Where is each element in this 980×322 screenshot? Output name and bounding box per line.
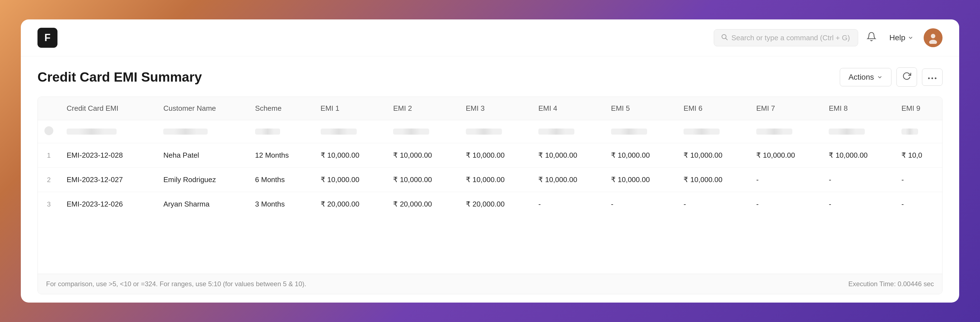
skeleton-cell xyxy=(321,128,357,135)
table-cell: 12 Months xyxy=(248,143,314,168)
skeleton-cell xyxy=(684,128,719,135)
col-header-scheme: Scheme xyxy=(248,97,314,120)
table-cell: ₹ 10,000.00 xyxy=(677,168,749,192)
skeleton-cell xyxy=(393,128,429,135)
table-cell: ₹ 10,000.00 xyxy=(531,143,605,168)
table-cell: - xyxy=(677,192,749,217)
svg-line-1 xyxy=(726,38,727,40)
svg-point-5 xyxy=(931,78,933,79)
filter-hint: For comparison, use >5, <10 or =324. For… xyxy=(46,280,306,288)
table-cell: ₹ 10,000.00 xyxy=(677,143,749,168)
table-cell: ₹ 10,000.00 xyxy=(605,143,677,168)
col-header-customer-name: Customer Name xyxy=(157,97,248,120)
help-label: Help xyxy=(889,33,905,42)
skeleton-cell xyxy=(901,128,918,135)
row-number: 2 xyxy=(38,168,60,192)
navbar: F Search or type a command (Ctrl + G) He… xyxy=(21,19,959,56)
skeleton-cell xyxy=(538,128,574,135)
svg-point-6 xyxy=(935,78,936,79)
skeleton-cell xyxy=(67,128,116,135)
table-row: 2EMI-2023-12-027Emily Rodriguez6 Months₹… xyxy=(38,168,942,192)
page-content: Credit Card EMI Summary Actions xyxy=(21,56,959,303)
table-cell: EMI-2023-12-027 xyxy=(60,168,157,192)
logo-letter: F xyxy=(45,32,51,44)
emi-table: Credit Card EMI Customer Name Scheme EMI… xyxy=(38,97,942,216)
actions-label: Actions xyxy=(848,73,874,82)
table-cell: ₹ 10,000.00 xyxy=(605,168,677,192)
col-header-credit-card-emi: Credit Card EMI xyxy=(60,97,157,120)
table-header-row: Credit Card EMI Customer Name Scheme EMI… xyxy=(38,97,942,120)
table-cell: ₹ 10,000.00 xyxy=(314,168,387,192)
skeleton-radio xyxy=(45,126,53,135)
table-cell: Neha Patel xyxy=(157,143,248,168)
row-number: 3 xyxy=(38,192,60,217)
title-actions: Actions xyxy=(840,67,942,87)
table-cell: Emily Rodriguez xyxy=(157,168,248,192)
svg-point-3 xyxy=(929,40,937,44)
table-row: 1EMI-2023-12-028Neha Patel12 Months₹ 10,… xyxy=(38,143,942,168)
skeleton-cell xyxy=(611,128,647,135)
skeleton-cell xyxy=(756,128,792,135)
refresh-button[interactable] xyxy=(896,67,917,87)
execution-time: Execution Time: 0.00446 sec xyxy=(848,280,934,288)
table-cell: EMI-2023-12-028 xyxy=(60,143,157,168)
main-card: F Search or type a command (Ctrl + G) He… xyxy=(21,19,959,303)
svg-point-4 xyxy=(928,78,930,79)
svg-point-2 xyxy=(931,34,935,38)
app-logo[interactable]: F xyxy=(38,28,57,48)
table-cell: 3 Months xyxy=(248,192,314,217)
table-cell: ₹ 10,000.00 xyxy=(387,143,459,168)
table-cell: ₹ 20,000.00 xyxy=(314,192,387,217)
page-title: Credit Card EMI Summary xyxy=(38,70,202,85)
col-header-emi7: EMI 7 xyxy=(749,97,822,120)
col-header-emi4: EMI 4 xyxy=(531,97,605,120)
col-header-emi8: EMI 8 xyxy=(822,97,895,120)
row-number: 1 xyxy=(38,143,60,168)
table-cell: EMI-2023-12-026 xyxy=(60,192,157,217)
col-header-select xyxy=(38,97,60,120)
table-cell: Aryan Sharma xyxy=(157,192,248,217)
table-cell: - xyxy=(822,192,895,217)
data-table-wrapper: Credit Card EMI Customer Name Scheme EMI… xyxy=(38,97,942,294)
table-row: 3EMI-2023-12-026Aryan Sharma3 Months₹ 20… xyxy=(38,192,942,217)
table-cell: - xyxy=(531,192,605,217)
avatar[interactable] xyxy=(924,28,942,47)
table-cell: - xyxy=(895,192,942,217)
table-scroll[interactable]: Credit Card EMI Customer Name Scheme EMI… xyxy=(38,97,942,274)
table-cell: ₹ 20,000.00 xyxy=(459,192,532,217)
table-cell: ₹ 10,000.00 xyxy=(387,168,459,192)
table-cell: - xyxy=(822,168,895,192)
more-options-button[interactable] xyxy=(922,68,942,86)
table-cell: ₹ 10,000.00 xyxy=(459,168,532,192)
col-header-emi2: EMI 2 xyxy=(387,97,459,120)
search-bar[interactable]: Search or type a command (Ctrl + G) xyxy=(714,29,858,46)
title-row: Credit Card EMI Summary Actions xyxy=(38,67,942,87)
table-cell: ₹ 10,000.00 xyxy=(459,143,532,168)
table-cell: ₹ 10,000.00 xyxy=(822,143,895,168)
skeleton-cell xyxy=(255,128,280,135)
col-header-emi5: EMI 5 xyxy=(605,97,677,120)
table-cell: - xyxy=(749,192,822,217)
table-cell: 6 Months xyxy=(248,168,314,192)
table-cell: ₹ 10,000.00 xyxy=(531,168,605,192)
table-footer: For comparison, use >5, <10 or =324. For… xyxy=(38,274,942,294)
col-header-emi1: EMI 1 xyxy=(314,97,387,120)
col-header-emi3: EMI 3 xyxy=(459,97,532,120)
table-cell: ₹ 10,0 xyxy=(895,143,942,168)
skeleton-cell xyxy=(829,128,865,135)
table-cell: - xyxy=(895,168,942,192)
table-row-loading xyxy=(38,120,942,143)
table-cell: - xyxy=(605,192,677,217)
skeleton-cell xyxy=(466,128,502,135)
help-button[interactable]: Help xyxy=(885,30,918,45)
search-placeholder: Search or type a command (Ctrl + G) xyxy=(731,33,850,42)
search-icon xyxy=(721,33,728,42)
table-cell: - xyxy=(749,168,822,192)
actions-button[interactable]: Actions xyxy=(840,68,891,86)
table-cell: ₹ 20,000.00 xyxy=(387,192,459,217)
table-cell: ₹ 10,000.00 xyxy=(749,143,822,168)
col-header-emi6: EMI 6 xyxy=(677,97,749,120)
notifications-bell[interactable] xyxy=(864,29,879,47)
table-cell: ₹ 10,000.00 xyxy=(314,143,387,168)
col-header-emi9: EMI 9 xyxy=(895,97,942,120)
